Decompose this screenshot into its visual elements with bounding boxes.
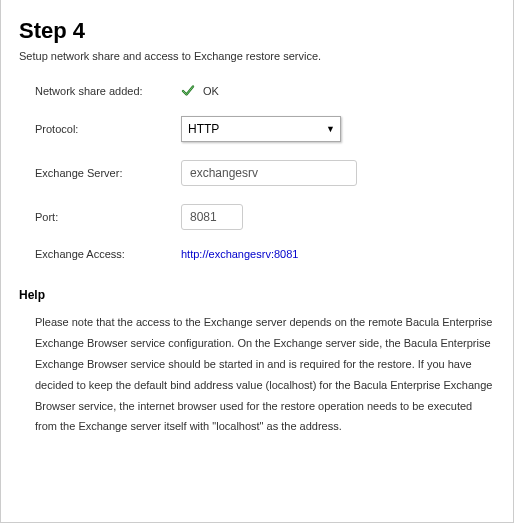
exchange-server-input[interactable] (181, 160, 357, 186)
network-share-status: OK (203, 85, 219, 97)
help-body: Please note that the access to the Excha… (19, 312, 495, 437)
port-label: Port: (35, 211, 181, 223)
row-network-share: Network share added: OK (35, 84, 495, 98)
protocol-select[interactable]: HTTP (181, 116, 341, 142)
help-title: Help (19, 288, 495, 302)
form-area: Network share added: OK Protocol: HTTP (19, 84, 495, 260)
row-exchange-access: Exchange Access: http://exchangesrv:8081 (35, 248, 495, 260)
step-title: Step 4 (19, 18, 495, 44)
exchange-access-link[interactable]: http://exchangesrv:8081 (181, 248, 298, 260)
row-protocol: Protocol: HTTP ▼ (35, 116, 495, 142)
check-icon (181, 84, 195, 98)
access-label: Exchange Access: (35, 248, 181, 260)
step-subtitle: Setup network share and access to Exchan… (19, 50, 495, 62)
server-label: Exchange Server: (35, 167, 181, 179)
row-port: Port: (35, 204, 495, 230)
protocol-label: Protocol: (35, 123, 181, 135)
wizard-panel: Step 4 Setup network share and access to… (0, 0, 514, 523)
network-share-label: Network share added: (35, 85, 181, 97)
row-exchange-server: Exchange Server: (35, 160, 495, 186)
port-input[interactable] (181, 204, 243, 230)
